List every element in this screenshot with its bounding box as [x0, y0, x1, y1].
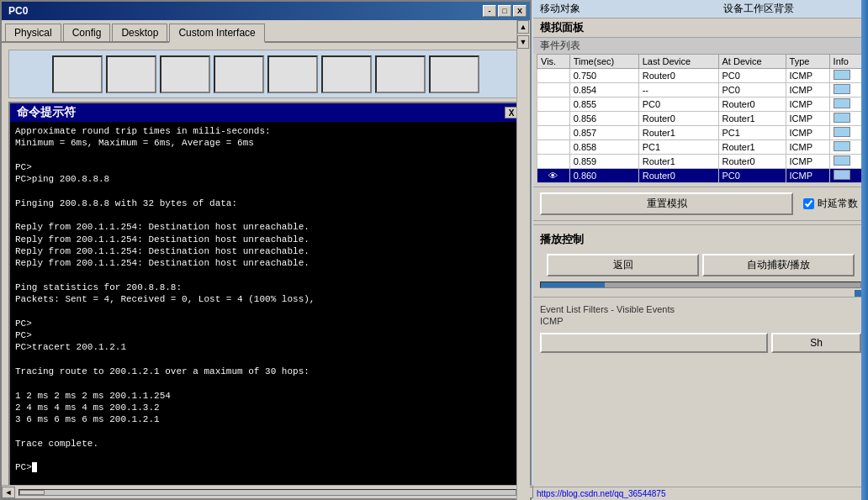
time-cell: 0.860 [569, 169, 638, 183]
table-row[interactable]: 0.855PC0Router0ICMP [537, 97, 865, 112]
back-button[interactable]: 返回 [547, 254, 699, 276]
info-cell [829, 83, 864, 97]
simulation-panel-title: 模拟面板 [533, 18, 868, 38]
cmd-line: 2 4 ms 4 ms 4 ms 200.1.3.2 [15, 402, 516, 413]
table-row[interactable]: 0.750Router0PC0ICMP [537, 69, 865, 83]
col-time: Time(sec) [569, 55, 638, 69]
at-device-cell: PC0 [718, 69, 786, 83]
at-device-cell: Router0 [718, 97, 786, 112]
cmd-line: Trace complete. [15, 438, 516, 450]
cmd-line [15, 354, 516, 366]
cmd-line: Ping statistics for 200.8.8.8: [15, 282, 516, 293]
cmd-body[interactable]: Approximate round trip times in milli-se… [10, 122, 521, 497]
type-cell: ICMP [786, 155, 829, 169]
browser-strip [8, 50, 523, 98]
cmd-line [15, 450, 516, 461]
tab-desktop[interactable]: Desktop [112, 24, 167, 41]
event-table-container: Vis. Time(sec) Last Device At Device Typ… [533, 54, 868, 183]
info-cell [829, 169, 864, 183]
filter-buttons: Sh [533, 329, 868, 356]
table-row[interactable]: 👁0.860Router0PC0ICMP [537, 169, 865, 183]
at-device-cell: PC0 [718, 169, 786, 183]
time-constant-checkbox[interactable] [803, 198, 814, 209]
vis-cell [537, 126, 570, 140]
table-row[interactable]: 0.857Router1PC1ICMP [537, 126, 865, 140]
time-cell: 0.854 [569, 83, 638, 97]
pc0-titlebar: PC0 - □ X [2, 2, 530, 20]
at-device-cell: Router1 [718, 140, 786, 155]
time-cell: 0.859 [569, 155, 638, 169]
info-cell [829, 97, 864, 112]
cmd-line: PC> [15, 318, 516, 329]
checkbox-row: 时延常数 [800, 195, 861, 213]
auto-capture-button[interactable]: 自动捕获/播放 [702, 254, 855, 276]
time-cell: 0.858 [569, 140, 638, 155]
maximize-button[interactable]: □ [498, 5, 511, 17]
type-cell: ICMP [786, 69, 829, 83]
horizontal-scrollbar-track[interactable] [19, 489, 516, 496]
cmd-line: PC> [15, 161, 516, 173]
cmd-line: Reply from 200.1.1.254: Destination host… [15, 234, 516, 245]
vis-cell [537, 112, 570, 126]
table-row[interactable]: 0.854--PC0ICMP [537, 83, 865, 97]
show-button[interactable]: Sh [771, 333, 861, 353]
vertical-scrollbar[interactable]: ▲ ▼ [516, 20, 530, 500]
time-cell: 0.855 [569, 97, 638, 112]
titlebar-buttons: - □ X [483, 5, 527, 17]
device-area-label: 设备工作区背景 [649, 0, 868, 18]
tab-custom-interface[interactable]: Custom Interface [169, 24, 264, 43]
cmd-line: Pinging 200.8.8.8 with 32 bytes of data: [15, 197, 516, 209]
divider-2 [533, 220, 868, 221]
cmd-line [15, 270, 516, 282]
right-accent [861, 0, 868, 500]
vis-cell [537, 69, 570, 83]
cmd-line [15, 209, 516, 221]
last-device-cell: Router1 [638, 155, 718, 169]
playback-title: 播放控制 [540, 232, 861, 247]
event-table: Vis. Time(sec) Last Device At Device Typ… [537, 54, 865, 183]
last-device-cell: PC1 [638, 140, 718, 155]
col-vis: Vis. [537, 55, 570, 69]
vis-cell [537, 140, 570, 155]
at-device-cell: PC1 [718, 126, 786, 140]
tab-physical[interactable]: Physical [5, 24, 61, 41]
last-device-cell: Router0 [638, 69, 718, 83]
event-filters-section: Event List Filters - Visible Events ICMP [533, 301, 868, 329]
type-cell: ICMP [786, 140, 829, 155]
col-type: Type [786, 55, 829, 69]
col-last: Last Device [638, 55, 718, 69]
bottom-scrollbar[interactable]: ◄ ► [2, 485, 533, 498]
right-panel: 移动对象 设备工作区背景 模拟面板 事件列表 Vis. Time(sec) La… [533, 0, 868, 500]
last-device-cell: PC0 [638, 97, 718, 112]
cmd-line: Minimum = 6ms, Maximum = 6ms, Average = … [15, 137, 516, 149]
at-device-cell: Router0 [718, 155, 786, 169]
table-row[interactable]: 0.859Router1Router0ICMP [537, 155, 865, 169]
type-cell: ICMP [786, 83, 829, 97]
minimize-button[interactable]: - [483, 5, 496, 17]
last-device-cell: -- [638, 83, 718, 97]
table-row[interactable]: 0.856Router0Router1ICMP [537, 112, 865, 126]
cmd-line: 3 6 ms 6 ms 6 ms 200.1.2.1 [15, 413, 516, 425]
info-cell [829, 112, 864, 126]
cmd-titlebar: 命令提示符 X [10, 103, 521, 122]
info-cell [829, 140, 864, 155]
vis-cell: 👁 [537, 169, 570, 183]
tab-config[interactable]: Config [63, 24, 111, 41]
horizontal-scrollbar-thumb[interactable] [19, 490, 45, 495]
cmd-line: Approximate round trip times in milli-se… [15, 125, 516, 137]
edit-filter-button[interactable] [540, 333, 768, 353]
checkbox-label: 时延常数 [818, 197, 858, 211]
last-device-cell: Router0 [638, 112, 718, 126]
playback-progress-bar [540, 282, 861, 288]
cmd-line: PC>ping 200.8.8.8 [15, 173, 516, 185]
divider-1 [533, 187, 868, 187]
close-button[interactable]: X [513, 5, 527, 17]
reset-row: 重置模拟 时延常数 [533, 191, 868, 217]
vis-cell [537, 83, 570, 97]
time-cell: 0.750 [569, 69, 638, 83]
table-row[interactable]: 0.858PC1Router1ICMP [537, 140, 865, 155]
reset-button[interactable]: 重置模拟 [540, 192, 793, 215]
filter-title: Event List Filters - Visible Events [540, 304, 861, 314]
cmd-line: PC> [15, 461, 516, 473]
event-list-header: 事件列表 [533, 38, 868, 54]
